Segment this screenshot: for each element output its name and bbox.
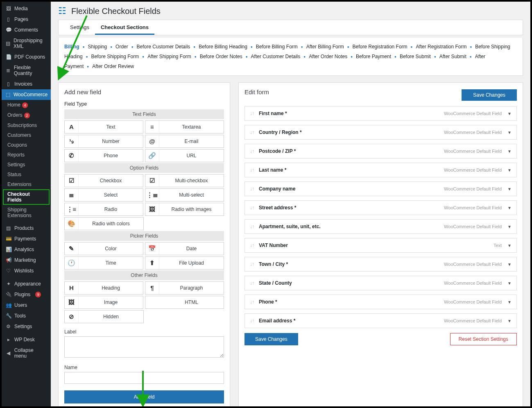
field-type-multi-select[interactable]: ⋮≣Multi-select — [145, 188, 224, 202]
sidebar-item-pages[interactable]: ▯Pages — [2, 14, 51, 25]
form-field-row[interactable]: ↓↑ Email address * WooCommerce Default F… — [244, 313, 517, 328]
field-type-text[interactable]: AText — [64, 120, 143, 134]
sidebar-item-dropshipping-xml[interactable]: ▤Dropshipping XML — [2, 35, 51, 52]
chevron-down-icon[interactable]: ▼ — [507, 111, 512, 116]
section-tab-order[interactable]: Order — [115, 44, 128, 50]
chevron-down-icon[interactable]: ▼ — [507, 300, 512, 304]
reset-section-button[interactable]: Reset Section Settings — [450, 333, 517, 345]
section-tab-before-billing-heading[interactable]: Before Billing Heading — [199, 44, 247, 50]
chevron-down-icon[interactable]: ▼ — [507, 281, 512, 286]
chevron-down-icon[interactable]: ▼ — [507, 243, 512, 248]
section-tab-before-order-notes[interactable]: Before Order Notes — [200, 54, 242, 59]
sidebar-item-pdf-coupons[interactable]: 📄PDF Coupons — [2, 52, 51, 62]
drag-handle-icon[interactable]: ↓↑ — [250, 167, 254, 173]
sidebar-sub-customers[interactable]: Customers — [2, 130, 51, 140]
section-tab-before-submit[interactable]: Before Submit — [400, 54, 431, 59]
drag-handle-icon[interactable]: ↓↑ — [250, 129, 254, 135]
sidebar-item-payments[interactable]: 💳Payments — [2, 233, 51, 244]
form-field-row[interactable]: ↓↑ State / County WooCommerce Default Fi… — [244, 276, 517, 290]
section-tab-before-shipping-form[interactable]: Before Shipping Form — [91, 54, 139, 59]
field-type-radio[interactable]: ⋮≡Radio — [64, 203, 143, 216]
section-tab-billing[interactable]: Billing — [64, 44, 79, 50]
save-changes-button-bottom[interactable]: Save Changes — [244, 333, 298, 345]
form-field-row[interactable]: ↓↑ Country / Region * WooCommerce Defaul… — [244, 125, 517, 140]
field-type-date[interactable]: 📅Date — [145, 242, 224, 255]
sidebar-item-woocommerce[interactable]: ⬚ WooCommerce — [2, 89, 51, 100]
section-tab-after-registration-form[interactable]: After Registration Form — [416, 44, 466, 50]
sidebar-item-tools[interactable]: 🔧Tools — [2, 311, 51, 321]
field-type-checkbox[interactable]: ☑Checkbox — [64, 174, 143, 187]
section-tab-before-payment[interactable]: Before Payment — [356, 54, 391, 59]
section-tab-after-billing-form[interactable]: After Billing Form — [306, 44, 344, 50]
tab-settings[interactable]: Settings — [64, 20, 95, 35]
sidebar-sub-status[interactable]: Status — [2, 170, 51, 179]
section-tab-after-order-review[interactable]: After Order Review — [92, 63, 134, 69]
section-tab-before-billing-form[interactable]: Before Billing Form — [256, 44, 298, 50]
field-type-image[interactable]: 🖼Image — [64, 296, 143, 309]
field-type-number[interactable]: ¹₉Number — [64, 135, 143, 148]
sidebar-item-media[interactable]: 🖼Media — [2, 3, 51, 14]
sidebar-sub-checkout-fields[interactable]: Checkout Fields — [3, 190, 49, 204]
drag-handle-icon[interactable]: ↓↑ — [250, 111, 254, 116]
chevron-down-icon[interactable]: ▼ — [507, 130, 512, 135]
field-type-phone[interactable]: ✆Phone — [64, 149, 143, 162]
field-type-html[interactable]: HTML — [145, 296, 224, 309]
sidebar-item-products[interactable]: ▤Products — [2, 223, 51, 233]
drag-handle-icon[interactable]: ↓↑ — [250, 205, 254, 211]
sidebar-item-marketing[interactable]: 📢Marketing — [2, 255, 51, 265]
add-field-button[interactable]: Add Field — [64, 390, 224, 403]
sidebar-sub-reports[interactable]: Reports — [2, 150, 51, 160]
form-field-row[interactable]: ↓↑ Phone * WooCommerce Default Field ▼ — [244, 295, 517, 309]
field-type-url[interactable]: 🔗URL — [145, 149, 224, 162]
chevron-down-icon[interactable]: ▼ — [507, 149, 512, 154]
sidebar-item-collapse-menu[interactable]: ◀Collapse menu — [2, 345, 51, 361]
form-field-row[interactable]: ↓↑ Postcode / ZIP * WooCommerce Default … — [244, 144, 517, 159]
drag-handle-icon[interactable]: ↓↑ — [250, 299, 254, 305]
form-field-row[interactable]: ↓↑ Company name WooCommerce Default Fiel… — [244, 181, 517, 196]
form-field-row[interactable]: ↓↑ First name * WooCommerce Default Fiel… — [244, 106, 517, 121]
name-input[interactable] — [64, 372, 224, 384]
section-tab-before-registration-form[interactable]: Before Registration Form — [353, 44, 407, 50]
sidebar-item-settings[interactable]: ⚙Settings — [2, 321, 51, 332]
form-field-row[interactable]: ↓↑ Apartment, suite, unit, etc. WooComme… — [244, 219, 517, 234]
sidebar-sub-extensions[interactable]: Extensions — [2, 179, 51, 189]
tab-checkout-sections[interactable]: Checkout Sections — [95, 20, 154, 35]
sidebar-item-wishlists[interactable]: ♡Wishlists — [2, 265, 51, 276]
form-field-row[interactable]: ↓↑ Town / City * WooCommerce Default Fie… — [244, 257, 517, 272]
section-tab-after-customer-details[interactable]: After Customer Details — [251, 54, 301, 59]
sidebar-sub-shipping-extensions[interactable]: Shipping Extensions — [2, 205, 51, 220]
drag-handle-icon[interactable]: ↓↑ — [250, 280, 254, 286]
drag-handle-icon[interactable]: ↓↑ — [250, 224, 254, 229]
field-type-multi-checkbox[interactable]: ☑Multi-checkbox — [145, 174, 224, 187]
sidebar-item-analytics[interactable]: 📊Analytics — [2, 244, 51, 255]
form-field-row[interactable]: ↓↑ Street address * WooCommerce Default … — [244, 200, 517, 215]
chevron-down-icon[interactable]: ▼ — [507, 224, 512, 229]
sidebar-sub-home[interactable]: Home4 — [2, 100, 51, 110]
field-type-time[interactable]: 🕐Time — [64, 256, 143, 270]
sidebar-item-users[interactable]: 👥Users — [2, 300, 51, 311]
form-field-row[interactable]: ↓↑ Last name * WooCommerce Default Field… — [244, 163, 517, 177]
chevron-down-icon[interactable]: ▼ — [507, 168, 512, 172]
sidebar-sub-orders[interactable]: Orders2 — [2, 110, 51, 120]
form-field-row[interactable]: ↓↑ VAT Number Text ▼ — [244, 238, 517, 253]
sidebar-item-appearance[interactable]: ✦Appearance — [2, 279, 51, 289]
drag-handle-icon[interactable]: ↓↑ — [250, 261, 254, 267]
section-tab-after-shipping-form[interactable]: After Shipping Form — [147, 54, 191, 59]
drag-handle-icon[interactable]: ↓↑ — [250, 243, 254, 248]
field-type-textarea[interactable]: ≡Textarea — [145, 120, 224, 134]
save-changes-button-top[interactable]: Save Changes — [462, 89, 517, 101]
chevron-down-icon[interactable]: ▼ — [507, 206, 512, 210]
drag-handle-icon[interactable]: ↓↑ — [250, 148, 254, 154]
section-tab-after-submit[interactable]: After Submit — [439, 54, 466, 59]
section-tab-after-order-notes[interactable]: After Order Notes — [309, 54, 347, 59]
label-input[interactable] — [64, 336, 224, 358]
chevron-down-icon[interactable]: ▼ — [507, 319, 512, 323]
field-type-hidden[interactable]: ⊘Hidden — [64, 310, 144, 323]
sidebar-sub-coupons[interactable]: Coupons — [2, 140, 51, 150]
field-type-radio-with-colors[interactable]: 🎨Radio with colors — [64, 217, 144, 230]
section-tab-before-customer-details[interactable]: Before Customer Details — [137, 44, 190, 50]
field-type-select[interactable]: ≣Select — [64, 188, 143, 202]
drag-handle-icon[interactable]: ↓↑ — [250, 318, 254, 324]
sidebar-item-comments[interactable]: 💬Comments — [2, 25, 51, 35]
sidebar-item-plugins[interactable]: 🔌Plugins9 — [2, 289, 51, 300]
